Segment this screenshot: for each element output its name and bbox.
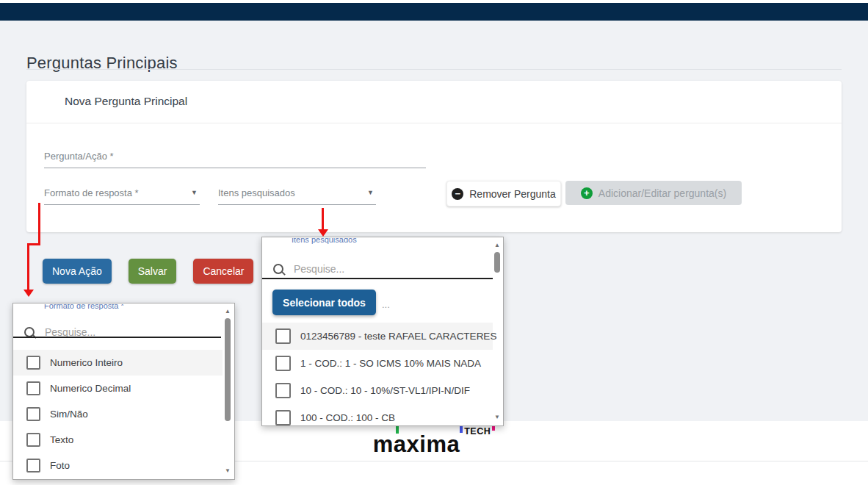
nova-pergunta-card: Nova Pergunta Principal Pergunta/Ação * …	[26, 81, 842, 232]
itens-option-row[interactable]: 1 - COD.: 1 - SO ICMS 10% MAIS NADA	[262, 350, 493, 377]
adicionar-button-label: Adicionar/Editar pergunta(s)	[598, 187, 726, 199]
scroll-up-icon[interactable]: ▲	[494, 242, 500, 249]
scroll-down-icon[interactable]: ▼	[225, 467, 231, 475]
formato-option-row[interactable]: Numerico Inteiro	[13, 350, 223, 376]
scrollbar-track[interactable]	[224, 315, 231, 467]
formato-option-row[interactable]: Foto	[13, 453, 223, 478]
itens-option-row[interactable]: 0123456789 - teste RAFAEL CARACTERES	[262, 323, 493, 350]
checkbox[interactable]	[26, 381, 40, 395]
nova-acao-button[interactable]: Nova Ação	[43, 259, 112, 284]
search-underline	[13, 337, 221, 338]
scroll-down-icon[interactable]: ▼	[494, 414, 500, 421]
checkbox[interactable]	[26, 459, 40, 473]
checkbox[interactable]	[26, 356, 40, 370]
logo-green-tick-icon	[396, 425, 399, 434]
option-label: Numerico Decimal	[50, 383, 131, 394]
option-label: 100 - COD.: 100 - CB	[300, 412, 395, 423]
minus-circle-icon: −	[452, 188, 463, 200]
itens-options-list: 0123456789 - teste RAFAEL CARACTERES 1 -…	[262, 323, 493, 426]
chevron-down-icon: ▼	[367, 189, 374, 196]
option-label: 0123456789 - teste RAFAEL CARACTERES	[300, 331, 496, 342]
plus-circle-icon: +	[581, 187, 593, 199]
red-arrowhead-itens	[318, 229, 328, 237]
red-arrow-formato	[38, 203, 40, 245]
itens-option-row[interactable]: 100 - COD.: 100 - CB	[262, 404, 493, 426]
title-divider	[26, 69, 842, 70]
itens-option-row[interactable]: 10 - COD.: 10 - 10%/ST-VL1/IPI-N/DIF	[262, 377, 493, 404]
logo-maxima-text: maxima	[373, 432, 460, 457]
itens-select-label: Itens pesquisados	[218, 187, 295, 198]
red-arrow-itens	[322, 208, 324, 230]
formato-dropdown-panel: Formato de resposta * Numerico Inteiro N…	[12, 303, 235, 480]
scrollbar-thumb[interactable]	[494, 252, 500, 273]
itens-search-row	[262, 262, 486, 276]
chevron-down-icon: ▼	[191, 189, 198, 196]
scrollbar-thumb[interactable]	[225, 318, 231, 421]
clipped-itens-label: Itens pesquisados	[292, 238, 357, 244]
search-icon	[24, 327, 35, 337]
scrollbar-track[interactable]	[493, 249, 501, 414]
search-underline	[262, 278, 493, 279]
app-window: Perguntas Principais Nova Pergunta Princ…	[0, 0, 868, 485]
itens-dropdown-panel: Itens pesquisados Selecionar todos ... 0…	[261, 237, 504, 426]
option-label: Foto	[50, 460, 70, 471]
remover-button-label: Remover Pergunta	[469, 188, 556, 200]
checkbox[interactable]	[275, 410, 291, 425]
option-label: 1 - COD.: 1 - SO ICMS 10% MAIS NADA	[300, 358, 481, 369]
card-header: Nova Pergunta Principal	[26, 81, 842, 123]
formato-option-row[interactable]: Sim/Não	[13, 401, 223, 427]
option-label: 10 - COD.: 10 - 10%/ST-VL1/IPI-N/DIF	[300, 385, 470, 396]
top-navigation-bar	[0, 3, 868, 21]
salvar-button[interactable]: Salvar	[129, 259, 177, 284]
option-label: Texto	[50, 434, 73, 445]
logo-tech-text: TECH	[464, 426, 491, 436]
clipped-formato-label: Formato de resposta *	[44, 304, 124, 310]
red-arrow-formato	[27, 243, 29, 290]
selecionar-todos-button[interactable]: Selecionar todos	[272, 290, 376, 315]
itens-pesquisados-select[interactable]: Itens pesquisados ▼	[218, 186, 376, 205]
remover-pergunta-button[interactable]: − Remover Pergunta	[446, 181, 561, 206]
checkbox[interactable]	[275, 383, 291, 398]
formato-select-underline	[44, 204, 200, 205]
itens-select-underline	[218, 204, 376, 205]
itens-search-input[interactable]	[292, 262, 427, 276]
formato-options-list: Numerico Inteiro Numerico Decimal Sim/Nã…	[13, 350, 223, 478]
form-actions: Nova Ação Salvar Cancelar	[43, 259, 253, 284]
itens-scrollbar[interactable]: ▲ ▼	[492, 242, 502, 421]
formato-option-row[interactable]: Numerico Decimal	[13, 376, 223, 401]
card-title: Nova Pergunta Principal	[65, 95, 187, 108]
red-arrowhead-formato	[23, 290, 34, 297]
ellipsis-text: ...	[382, 299, 390, 310]
checkbox[interactable]	[275, 356, 291, 371]
cancelar-button[interactable]: Cancelar	[193, 259, 253, 284]
pergunta-acao-input[interactable]	[44, 168, 426, 168]
formato-select-label: Formato de resposta *	[44, 187, 139, 198]
formato-scrollbar[interactable]: ▲ ▼	[223, 308, 233, 475]
adicionar-editar-pergunta-button[interactable]: + Adicionar/Editar pergunta(s)	[565, 181, 742, 205]
pergunta-acao-label: Pergunta/Ação *	[44, 151, 114, 162]
formato-de-resposta-select[interactable]: Formato de resposta * ▼	[44, 186, 200, 205]
checkbox[interactable]	[26, 407, 40, 421]
scroll-up-icon[interactable]: ▲	[225, 308, 231, 315]
checkbox[interactable]	[275, 328, 291, 344]
checkbox[interactable]	[26, 433, 40, 447]
search-icon	[273, 264, 283, 274]
option-label: Numerico Inteiro	[50, 357, 123, 368]
formato-option-row[interactable]: Texto	[13, 427, 223, 453]
option-label: Sim/Não	[50, 409, 88, 420]
